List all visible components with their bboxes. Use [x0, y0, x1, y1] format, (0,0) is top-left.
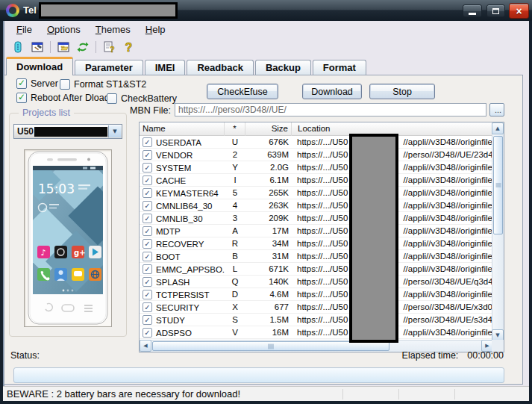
- table-row[interactable]: ✓ TCTPERSIST D 4.6M https://.../U50 //ap…: [140, 288, 492, 301]
- location-prefix: https://.../U50: [297, 263, 349, 275]
- menu-bar: File Options Themes Help: [3, 21, 529, 37]
- row-checkbox[interactable]: ✓: [143, 175, 152, 185]
- row-checkbox[interactable]: ✓: [143, 277, 152, 287]
- partition-name: SYSTEM: [156, 162, 191, 174]
- phone-icon[interactable]: [9, 39, 27, 55]
- row-checkbox[interactable]: ✓: [143, 150, 152, 160]
- table-row[interactable]: ✓ USERDATA U 676K https://.../U50 //appl…: [140, 136, 492, 149]
- row-checkbox[interactable]: ✓: [143, 302, 152, 312]
- row-checkbox[interactable]: ✓: [143, 188, 152, 198]
- table-row[interactable]: ✓ SECURITY X 677 https://.../U50 //perso…: [140, 301, 492, 314]
- refresh-icon[interactable]: [74, 39, 92, 55]
- scroll-left-icon[interactable]: ◀: [140, 340, 151, 352]
- partition-flag: X: [225, 301, 245, 314]
- row-checkbox[interactable]: ✓: [143, 315, 152, 325]
- maximize-button[interactable]: [486, 4, 505, 17]
- check-battery-checkbox[interactable]: ✓ CheckBattery: [107, 93, 177, 104]
- column-header-name[interactable]: Name: [140, 122, 225, 136]
- row-checkbox[interactable]: ✓: [143, 201, 152, 211]
- location-prefix: https://.../U50: [297, 149, 349, 161]
- check-icon: ✓: [144, 279, 150, 286]
- check-icon: ✓: [144, 304, 150, 311]
- reboot-after-dload-checkbox[interactable]: ✓ Reboot After Dload: [16, 93, 110, 103]
- partition-flag: D: [225, 288, 245, 301]
- partition-size: 34M: [245, 237, 289, 250]
- table-row[interactable]: ✓ CACHE I 6.1M https://.../U50 //appli//…: [140, 174, 492, 187]
- column-header-size[interactable]: Size: [245, 122, 292, 136]
- table-row[interactable]: ✓ EMMC_APPSBO... L 671K https://.../U50 …: [140, 263, 492, 276]
- row-checkbox[interactable]: ✓: [143, 252, 152, 261]
- partition-name: SECURITY: [156, 302, 199, 314]
- status-bar-message: BEWARE : 2 battery bars are necessary fo…: [7, 388, 240, 400]
- table-header: Name * Size Location: [140, 122, 492, 136]
- tab-readback[interactable]: Readback: [187, 60, 253, 75]
- close-button[interactable]: ×: [509, 3, 529, 19]
- tab-imei[interactable]: IMEI: [145, 60, 186, 75]
- progress-bar: [13, 367, 504, 383]
- checkbox-box[interactable]: ✓: [107, 93, 117, 104]
- mbn-file-field[interactable]: https://...//perso//3D48//UE/: [175, 103, 486, 116]
- tab-backup[interactable]: Backup: [255, 60, 311, 75]
- row-checkbox[interactable]: ✓: [143, 239, 152, 249]
- table-row[interactable]: ✓ SYSTEM Y 2.0G https://.../U50 //appli/…: [140, 161, 492, 174]
- table-row[interactable]: ✓ SPLASH Q 140K https://.../U50 //perso/…: [140, 276, 492, 288]
- tab-download[interactable]: Download: [6, 57, 73, 75]
- location-prefix: https://.../U50: [297, 288, 349, 300]
- help-topics-icon[interactable]: ?: [100, 39, 118, 55]
- partition-flag: 2: [225, 149, 245, 161]
- projects-dropdown[interactable]: U50 ▼: [13, 124, 122, 139]
- about-icon[interactable]: ?: [119, 39, 137, 55]
- table-row[interactable]: ✓ ADSPSO V 16M https://.../U50 //appli//…: [140, 326, 492, 339]
- scroll-up-icon[interactable]: ▲: [492, 122, 504, 134]
- table-row[interactable]: ✓ CMNLIB64_30 4 263K https://.../U50 //a…: [140, 199, 492, 212]
- checkbox-box[interactable]: ✓: [16, 78, 27, 89]
- partition-size: 1.5M: [245, 314, 289, 326]
- table-row[interactable]: ✓ VENDOR 2 639M https://.../U50 //perso/…: [140, 149, 492, 161]
- location-prefix: https://.../U50: [297, 250, 349, 262]
- menu-themes[interactable]: Themes: [88, 22, 138, 37]
- partition-name: RECOVERY: [156, 238, 204, 250]
- column-header-flag[interactable]: *: [225, 122, 245, 136]
- table-row[interactable]: ✓ BOOT B 31M https://.../U50 //appli//v3…: [140, 250, 492, 263]
- menu-help[interactable]: Help: [138, 22, 173, 37]
- download-button[interactable]: Download: [302, 84, 362, 99]
- minimize-button[interactable]: [463, 4, 482, 17]
- partition-name: USERDATA: [156, 137, 201, 149]
- location-suffix: //appli//v3D48//originfiles.: [403, 328, 492, 337]
- partition-size: 671K: [245, 263, 289, 276]
- table-row[interactable]: ✓ RECOVERY R 34M https://.../U50 //appli…: [140, 237, 492, 250]
- browse-button[interactable]: ...: [489, 103, 504, 116]
- partition-name: TCTPERSIST: [156, 289, 210, 301]
- vertical-scrollbar[interactable]: ▲ ▼: [492, 122, 504, 341]
- status-label: Status:: [10, 350, 40, 361]
- menu-options[interactable]: Options: [40, 22, 88, 37]
- partition-size: 639M: [245, 149, 289, 161]
- server-checkbox[interactable]: ✓ Server: [16, 78, 58, 89]
- row-checkbox[interactable]: ✓: [143, 214, 152, 223]
- partition-size: 16M: [245, 326, 289, 339]
- row-checkbox[interactable]: ✓: [143, 163, 152, 173]
- titlebar[interactable]: Tel ×: [0, 0, 532, 21]
- menu-file[interactable]: File: [9, 22, 40, 37]
- stop-button[interactable]: Stop: [369, 84, 435, 99]
- table-row[interactable]: ✓ CMNLIB_30 3 209K https://.../U50 //app…: [140, 212, 492, 225]
- open-project-icon[interactable]: [54, 39, 72, 55]
- check-efuse-button[interactable]: CheckEfuse: [207, 84, 278, 99]
- flash-tool-icon[interactable]: [28, 39, 46, 55]
- row-checkbox[interactable]: ✓: [143, 226, 152, 236]
- tab-format[interactable]: Format: [313, 60, 366, 75]
- row-checkbox[interactable]: ✓: [143, 290, 152, 299]
- checkbox-box[interactable]: ✓: [60, 79, 70, 90]
- table-row[interactable]: ✓ MDTP A 17M https://.../U50 //appli//v3…: [140, 225, 492, 237]
- chevron-down-icon[interactable]: ▼: [108, 125, 121, 137]
- table-row[interactable]: ✓ STUDY S 1.5M https://.../U50 //perso//…: [140, 314, 492, 326]
- vertical-scroll-thumb[interactable]: [493, 136, 503, 234]
- tab-parameter[interactable]: Parameter: [75, 60, 143, 75]
- checkbox-box[interactable]: ✓: [16, 93, 27, 103]
- row-checkbox[interactable]: ✓: [143, 328, 152, 338]
- table-row[interactable]: ✓ KEYMASTER64 5 265K https://.../U50 //a…: [140, 187, 492, 199]
- partition-flag: 4: [225, 199, 245, 212]
- row-checkbox[interactable]: ✓: [143, 264, 152, 274]
- format-st1st2-checkbox[interactable]: ✓ Format ST1&ST2: [60, 79, 146, 90]
- row-checkbox[interactable]: ✓: [143, 137, 152, 147]
